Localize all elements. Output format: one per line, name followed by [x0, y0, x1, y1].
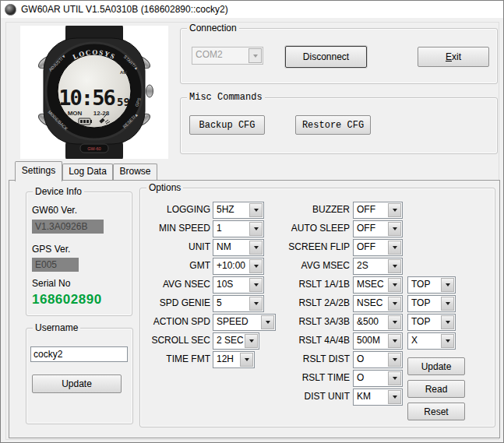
unit-label: UNIT	[141, 239, 210, 255]
scroll-sec-select[interactable]: 2 SEC	[213, 332, 259, 350]
tab-browse[interactable]: Browse	[113, 163, 157, 180]
dropdown-arrow-icon[interactable]	[249, 297, 263, 311]
rslt-4b-select[interactable]: X	[407, 332, 456, 350]
username-update-button[interactable]: Update	[32, 374, 122, 393]
dropdown-arrow-icon[interactable]	[441, 334, 454, 348]
watch-strap-label: GW-60	[87, 146, 100, 151]
dropdown-arrow-icon[interactable]	[388, 315, 401, 329]
logging-select[interactable]: 5HZ	[213, 202, 264, 219]
dropdown-arrow-icon[interactable]	[441, 315, 454, 329]
rslt-dist-value: O	[357, 352, 387, 367]
options-reset-button[interactable]: Reset	[407, 403, 465, 420]
screen-flip-select[interactable]: OFF	[353, 239, 403, 256]
watch-product-image: LOCOSYS ADJUST/▼ START/▲ MODE/BACK RESET…	[20, 26, 168, 159]
buzzer-value: OFF	[357, 202, 387, 217]
dropdown-arrow-icon[interactable]	[249, 259, 263, 273]
rslt-1a-select[interactable]: MSEC	[353, 276, 403, 294]
watch-time: 10:56	[58, 86, 115, 110]
option-row-rslt-2a2b: RSLT 2A/2B NSEC TOP	[281, 295, 495, 311]
tab-log-data[interactable]: Log Data	[62, 163, 113, 180]
rslt-time-value: O	[357, 371, 387, 385]
misc-commands-group-label: Misc Commands	[187, 92, 265, 103]
rslt-dist-select[interactable]: O	[353, 351, 403, 368]
action-spd-label: ACTION SPD	[141, 314, 210, 329]
restore-cfg-button[interactable]: Restore CFG	[295, 115, 371, 135]
exit-button-label: Exit	[446, 51, 461, 62]
disconnect-button[interactable]: Disconnect	[285, 46, 367, 68]
dist-unit-label: DIST UNIT	[281, 389, 350, 404]
dropdown-arrow-icon[interactable]	[388, 259, 401, 273]
unit-select[interactable]: NM	[213, 239, 264, 256]
rslt-2b-select[interactable]: TOP	[407, 295, 456, 312]
dropdown-arrow-icon[interactable]	[249, 278, 263, 292]
gmt-value: +10:00	[217, 258, 248, 273]
dropdown-arrow-icon[interactable]	[261, 315, 274, 329]
dropdown-arrow-icon[interactable]	[388, 278, 401, 292]
auto-sleep-select[interactable]: OFF	[353, 220, 403, 237]
username-input[interactable]	[30, 346, 128, 362]
app-watch-icon	[5, 4, 16, 16]
dropdown-arrow-icon[interactable]	[249, 222, 263, 236]
tab-log-data-label: Log Data	[69, 166, 107, 177]
dropdown-arrow-icon[interactable]	[388, 203, 401, 217]
action-spd-select[interactable]: SPEED	[213, 314, 276, 331]
avg-nsec-label: AVG NSEC	[141, 276, 210, 292]
rslt-4b-value: X	[411, 333, 440, 348]
watch-day: MON	[68, 110, 83, 117]
rslt-3b-value: TOP	[411, 315, 440, 329]
option-row-buzzer: BUZZER OFF	[281, 202, 495, 217]
option-row-rslt-3a3b: RSLT 3A/3B &500 TOP	[281, 314, 495, 329]
rslt-4a-select[interactable]: 500M	[353, 332, 403, 350]
username-group-label: Username	[33, 322, 80, 333]
serial-no-label: Serial No	[32, 278, 70, 289]
avg-nsec-select[interactable]: 10S	[213, 276, 264, 294]
dropdown-arrow-icon[interactable]	[240, 353, 253, 367]
options-read-button[interactable]: Read	[407, 380, 465, 398]
options-group-label: Options	[146, 182, 183, 193]
dist-unit-select[interactable]: KM	[353, 389, 403, 406]
dropdown-arrow-icon[interactable]	[388, 390, 401, 404]
min-speed-select[interactable]: 1	[213, 220, 264, 237]
time-fmt-select[interactable]: 12H	[213, 351, 255, 368]
dropdown-arrow-icon[interactable]	[388, 222, 401, 236]
rslt-2a-select[interactable]: NSEC	[353, 295, 403, 312]
buzzer-select[interactable]: OFF	[353, 202, 403, 219]
avg-msec-select[interactable]: 2S	[353, 258, 403, 275]
rslt-3a-select[interactable]: &500	[353, 314, 403, 331]
dropdown-arrow-icon[interactable]	[388, 353, 401, 367]
exit-button[interactable]: Exit	[418, 47, 489, 67]
rslt-2b-value: TOP	[411, 296, 440, 311]
dropdown-arrow-icon[interactable]	[249, 203, 263, 217]
watch-meridiem: AM	[120, 70, 127, 75]
dropdown-arrow-icon[interactable]	[245, 334, 258, 348]
gmt-select[interactable]: +10:00	[213, 258, 264, 275]
rslt-1b-select[interactable]: TOP	[407, 276, 456, 294]
spd-genie-select[interactable]: 5	[213, 295, 264, 312]
rslt-4a-value: 500M	[357, 333, 387, 348]
rslt-2a-value: NSEC	[357, 296, 387, 311]
dropdown-arrow-icon[interactable]	[388, 371, 401, 385]
scroll-sec-label: SCROLL SEC	[141, 332, 210, 348]
rslt-1a-value: MSEC	[357, 277, 387, 292]
option-row-screen-flip: SCREEN FLIP OFF	[281, 239, 495, 255]
dropdown-arrow-icon[interactable]	[441, 278, 454, 292]
watch-button-right	[146, 85, 153, 97]
buzzer-label: BUZZER	[281, 202, 350, 217]
option-row-rslt-1a1b: RSLT 1A/1B MSEC TOP	[281, 276, 495, 292]
rslt-3b-select[interactable]: TOP	[407, 314, 456, 331]
options-update-button[interactable]: Update	[407, 357, 465, 375]
dropdown-arrow-icon[interactable]	[441, 297, 454, 311]
rslt-time-label: RSLT TIME	[281, 370, 350, 385]
options-reset-label: Reset	[424, 406, 448, 417]
backup-cfg-button[interactable]: Backup CFG	[189, 115, 265, 135]
rslt-time-select[interactable]: O	[353, 370, 403, 387]
tab-settings[interactable]: Settings	[15, 161, 62, 181]
rslt-3a-value: &500	[357, 315, 387, 329]
dropdown-arrow-icon[interactable]	[249, 241, 263, 255]
dropdown-arrow-icon[interactable]	[388, 241, 401, 255]
dropdown-arrow-icon[interactable]	[388, 334, 401, 348]
dropdown-arrow-icon[interactable]	[388, 297, 401, 311]
gw60-ver-label: GW60 Ver.	[32, 205, 77, 216]
auto-sleep-label: AUTO SLEEP	[281, 220, 350, 236]
logging-value: 5HZ	[217, 202, 248, 217]
